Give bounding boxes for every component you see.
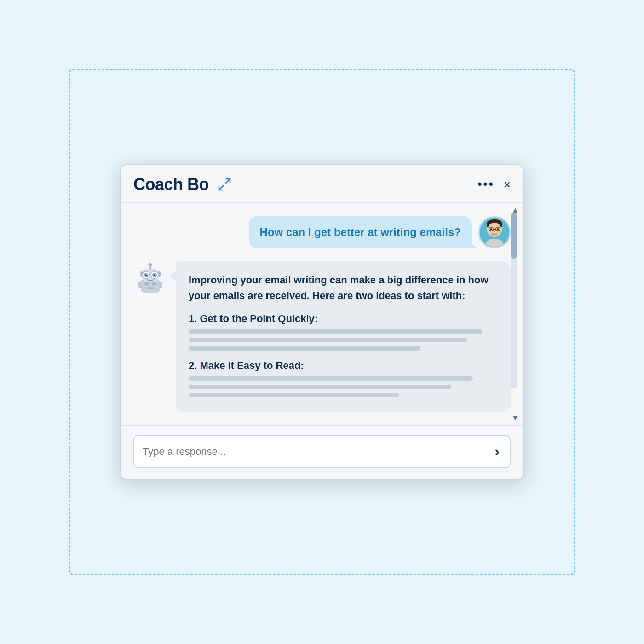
svg-point-28 [155, 274, 155, 275]
text-line-6 [189, 393, 399, 397]
chat-window: Coach Bo ••• × ▲ [120, 164, 524, 480]
svg-rect-36 [158, 271, 161, 277]
section-1-title: 1. Get to the Point Quickly: [189, 313, 498, 325]
header-left: Coach Bo [133, 175, 232, 194]
expand-icon[interactable] [217, 177, 232, 192]
svg-line-0 [225, 179, 230, 184]
chat-input-area: › [121, 425, 523, 479]
bot-bubble: Improving your email writing can make a … [176, 261, 511, 412]
scrollbar-track[interactable] [511, 213, 517, 388]
text-line-5 [189, 385, 451, 389]
send-button[interactable]: › [493, 443, 501, 460]
send-arrow-icon: › [494, 443, 500, 460]
bot-avatar [133, 263, 167, 297]
bot-intro-text: Improving your email writing can make a … [189, 272, 498, 304]
section-2: 2. Make It Easy to Read: [189, 360, 498, 397]
bot-message: Improving your email writing can make a … [133, 261, 511, 412]
outer-background: Coach Bo ••• × ▲ [0, 0, 644, 644]
svg-point-20 [149, 263, 152, 266]
user-message: How can I get better at writing emails? [133, 216, 511, 248]
section-1: 1. Get to the Point Quickly: [189, 313, 498, 351]
chat-scroll-area: How can I get better at writing emails? [121, 203, 523, 425]
svg-rect-31 [159, 282, 162, 288]
scroll-down-arrow[interactable]: ▼ [512, 414, 519, 422]
svg-rect-32 [144, 282, 149, 285]
svg-rect-15 [491, 234, 498, 236]
svg-point-7 [487, 228, 489, 231]
svg-rect-34 [147, 287, 154, 289]
chat-input[interactable] [143, 446, 487, 458]
scrollbar-thumb[interactable] [511, 213, 517, 259]
svg-rect-35 [140, 271, 143, 277]
svg-point-27 [146, 274, 147, 275]
text-line-4 [189, 376, 473, 381]
close-icon[interactable]: × [504, 178, 511, 190]
text-line-1 [189, 329, 482, 334]
svg-rect-30 [138, 282, 142, 288]
header-right: ••• × [478, 177, 511, 191]
chat-header: Coach Bo ••• × [121, 165, 523, 203]
chat-input-wrapper: › [133, 435, 511, 468]
svg-rect-33 [152, 282, 156, 285]
svg-point-8 [500, 228, 502, 231]
user-avatar [478, 216, 511, 248]
user-bubble: How can I get better at writing emails? [249, 216, 472, 248]
svg-line-1 [219, 185, 224, 190]
svg-point-14 [494, 231, 495, 232]
user-message-text: How can I get better at writing emails? [260, 226, 461, 238]
svg-point-13 [497, 228, 499, 230]
text-line-2 [189, 338, 467, 342]
section-2-title: 2. Make It Easy to Read: [189, 360, 498, 372]
more-options-icon[interactable]: ••• [478, 177, 494, 191]
chat-title: Coach Bo [133, 175, 209, 194]
svg-point-12 [490, 228, 492, 230]
chat-body: ▲ How can I get better at writing emails… [121, 203, 523, 425]
text-line-3 [189, 346, 420, 351]
